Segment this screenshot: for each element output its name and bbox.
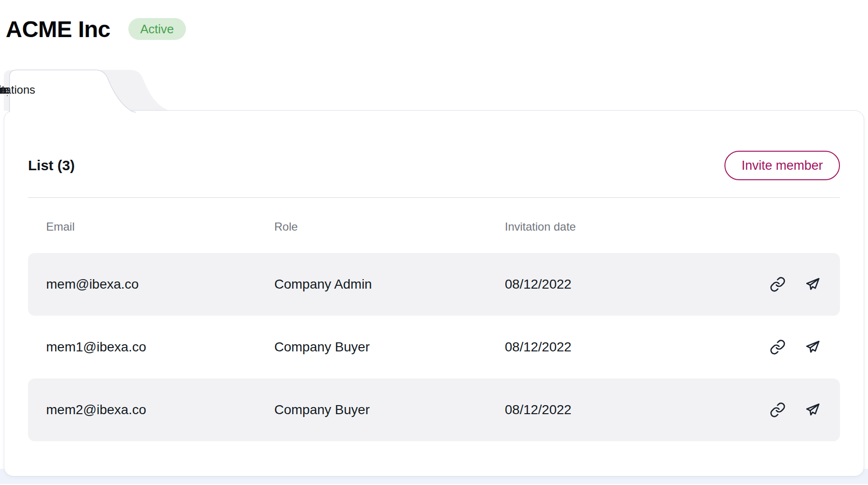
table-header-row: Email Role Invitation date [28, 220, 840, 234]
table-row: mem1@ibexa.co Company Buyer 08/12/2022 [28, 316, 840, 378]
email-cell: mem2@ibexa.co [46, 402, 274, 417]
page-header: ACME Inc Active [0, 0, 868, 48]
invitation-date-cell: 08/12/2022 [505, 277, 770, 292]
role-cell: Company Admin [274, 277, 505, 292]
invite-member-button[interactable]: Invite member [724, 151, 840, 180]
tab-bar: Summary Company Profile Members Invitati… [4, 68, 868, 111]
invitations-table: Email Role Invitation date mem@ibexa.co … [28, 220, 840, 441]
send-icon[interactable] [805, 402, 821, 418]
table-row: mem@ibexa.co Company Admin 08/12/2022 [28, 253, 840, 316]
column-header-role: Role [274, 220, 505, 233]
page-title: ACME Inc [6, 16, 110, 42]
invitation-date-cell: 08/12/2022 [505, 340, 770, 355]
link-icon[interactable] [770, 339, 786, 355]
invitations-panel: List (3) Invite member Email Role Invita… [4, 110, 864, 476]
send-icon[interactable] [805, 339, 821, 355]
email-cell: mem1@ibexa.co [46, 340, 274, 355]
column-header-invitation-date: Invitation date [505, 220, 821, 233]
status-badge: Active [128, 18, 186, 40]
send-icon[interactable] [805, 276, 821, 292]
panel-header: List (3) Invite member [28, 151, 840, 180]
row-actions [770, 276, 821, 292]
role-cell: Company Buyer [274, 402, 505, 417]
list-title: List (3) [28, 157, 75, 174]
row-actions [770, 402, 821, 418]
row-actions [770, 339, 821, 355]
link-icon[interactable] [770, 276, 786, 292]
email-cell: mem@ibexa.co [46, 277, 274, 292]
invitation-date-cell: 08/12/2022 [505, 402, 770, 417]
table-body: mem@ibexa.co Company Admin 08/12/2022 [28, 253, 840, 441]
table-row: mem2@ibexa.co Company Buyer 08/12/2022 [28, 378, 840, 441]
company-invitations-page: ACME Inc Active Summary Company Profile … [0, 0, 868, 485]
link-icon[interactable] [770, 402, 786, 418]
role-cell: Company Buyer [274, 340, 505, 355]
column-header-email: Email [46, 220, 274, 233]
divider [28, 197, 840, 198]
